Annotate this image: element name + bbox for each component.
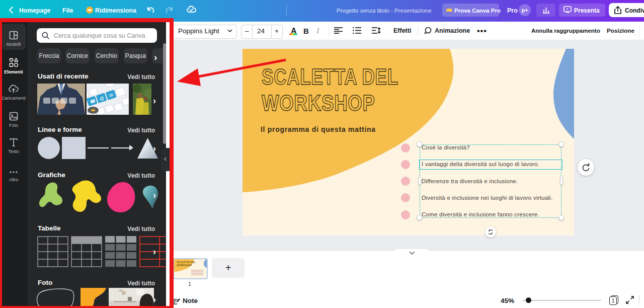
svg-text:WORKSHOP: WORKSHOP: [177, 264, 192, 267]
